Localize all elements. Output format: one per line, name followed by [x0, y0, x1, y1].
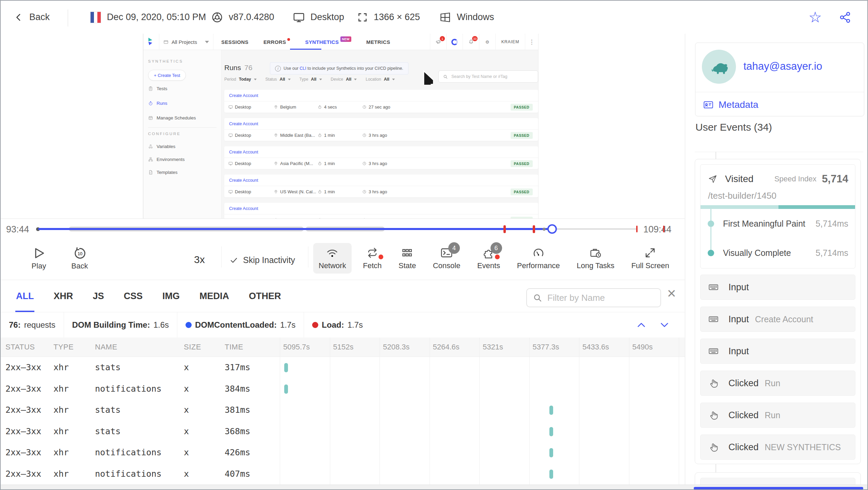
playhead[interactable]: [547, 224, 557, 234]
count-badge: 33: [472, 36, 478, 41]
app-tab[interactable]: METRICS: [366, 39, 390, 45]
favorite-star-icon[interactable]: ☆: [808, 1, 822, 34]
share-icon[interactable]: [839, 1, 852, 34]
sidebar-item-runs[interactable]: Runs: [148, 101, 167, 106]
run-card[interactable]: Create Account Desktop US West (N. Cal..…: [224, 175, 538, 197]
user-event-item[interactable]: Clicked Run: [700, 403, 855, 428]
notifications-button[interactable]: 33: [463, 34, 479, 50]
network-filter-tab[interactable]: ALL: [15, 280, 34, 312]
gauge-icon: [532, 246, 545, 259]
network-filter-tab[interactable]: CSS: [123, 280, 144, 312]
sidebar-item-variables[interactable]: Variables: [148, 144, 175, 149]
user-event-item[interactable]: Clicked Run: [700, 371, 855, 396]
request-size: x: [184, 357, 189, 378]
test-search-input[interactable]: [451, 74, 534, 79]
sidebar-item-environments[interactable]: Environments: [148, 157, 185, 162]
time-column-header: 5377.3s: [529, 338, 579, 357]
request-row[interactable]: 2xx–3xx xhr stats x 317ms: [1, 357, 685, 378]
kebab-menu[interactable]: ⋮: [525, 34, 538, 50]
cli-link[interactable]: CLI: [300, 66, 306, 71]
back-10-button[interactable]: 10 Back: [63, 246, 97, 271]
play-icon: [31, 246, 46, 261]
sidebar-item-manage-schedules[interactable]: Manage Schedules: [148, 115, 196, 120]
play-button[interactable]: Play: [22, 246, 56, 271]
app-tab[interactable]: SESSIONS: [221, 39, 248, 45]
network-filter-tab[interactable]: MEDIA: [199, 280, 230, 312]
close-icon[interactable]: ×: [667, 285, 676, 302]
run-card[interactable]: Create Account Desktop Middle East (Ba..…: [224, 118, 538, 141]
request-name: stats: [95, 357, 120, 378]
horizontal-scrollbar[interactable]: [1, 485, 868, 490]
run-card[interactable]: Create Account Desktop Belgium 4 secs 27…: [224, 90, 538, 113]
network-summary-bar: 76:requests DOM Building Time:1.6s DOMCo…: [1, 312, 685, 338]
state-panel-button[interactable]: State: [393, 243, 421, 274]
run-name-link[interactable]: Create Account: [224, 118, 538, 130]
run-name-link[interactable]: Create Account: [224, 146, 538, 158]
filter-dropdown[interactable]: Type All: [300, 77, 322, 82]
load-time: Load:1.7s: [304, 312, 371, 338]
run-name-link[interactable]: Create Account: [224, 90, 538, 101]
request-time: 384ms: [225, 378, 250, 400]
request-row[interactable]: 2xx–3xx xhr notifications x 384ms: [1, 378, 685, 400]
console-panel-button[interactable]: 4 Console: [428, 243, 466, 274]
filter-dropdown[interactable]: Period Today: [224, 77, 257, 82]
run-name-link[interactable]: Create Account: [224, 203, 538, 214]
network-filter-tab[interactable]: JS: [92, 280, 105, 312]
run-card[interactable]: Create Account Desktop Asia Pacific (M..…: [224, 146, 538, 169]
metadata-button[interactable]: Metadata: [703, 97, 758, 112]
network-filter-tab[interactable]: OTHER: [248, 280, 282, 312]
sidebar-item-tests[interactable]: Tests: [148, 86, 167, 91]
scrollbar-thumb[interactable]: [694, 487, 863, 490]
timeline-progress[interactable]: [38, 228, 552, 230]
network-filter-input[interactable]: [547, 292, 655, 304]
network-panel-button[interactable]: Network: [313, 243, 352, 274]
request-size: x: [184, 463, 189, 485]
filter-dropdown[interactable]: Device All: [331, 77, 357, 82]
skip-inactivity-toggle[interactable]: Skip Inactivity: [229, 255, 295, 265]
filter-dropdown[interactable]: Status All: [266, 77, 291, 82]
user-menu[interactable]: KRAIEM: [495, 34, 525, 50]
cli-banner: i Use our CLI to include your Synthetics…: [270, 62, 408, 75]
user-event-item[interactable]: Input: [700, 275, 855, 300]
timeline-remaining[interactable]: [552, 228, 637, 230]
request-row[interactable]: 2xx–3xx xhr notifications x 426ms: [1, 442, 685, 463]
run-name-link[interactable]: Create Account: [224, 175, 538, 186]
network-filter-tab[interactable]: IMG: [162, 280, 180, 312]
back-button[interactable]: Back: [14, 1, 50, 34]
playback-speed-button[interactable]: 3x: [194, 254, 205, 265]
grid-icon: [401, 246, 414, 259]
user-event-item[interactable]: Input: [700, 339, 855, 364]
session-replay-screen: Back Dec 09, 2020, 05:10 PM v87.0.4280 D…: [0, 0, 868, 490]
sidebar-item-templates[interactable]: Templates: [148, 170, 178, 175]
panel-label: Network: [319, 261, 346, 270]
chevron-up-icon[interactable]: [636, 320, 647, 330]
device-info: Desktop: [293, 1, 344, 34]
divider: [68, 10, 68, 27]
run-card[interactable]: Create Account Desktop Canada (Central) …: [224, 203, 538, 218]
visited-event-card[interactable]: Visited Speed Index 5,714 /test-builder/…: [700, 164, 855, 268]
user-event-item[interactable]: Clicked NEW SYNTHETICS: [700, 435, 855, 460]
settings-button[interactable]: ⚙: [479, 34, 495, 50]
request-size: x: [184, 442, 189, 463]
chevron-down-icon[interactable]: [659, 320, 670, 330]
request-row[interactable]: 2xx–3xx xhr notifications x 407ms: [1, 463, 685, 485]
test-search-box[interactable]: [438, 70, 538, 83]
user-event-item[interactable]: Input Create Account: [700, 307, 855, 332]
request-row[interactable]: 2xx–3xx xhr stats x 368ms: [1, 421, 685, 442]
announcements-button[interactable]: 1: [430, 34, 446, 50]
fetch-panel-button[interactable]: Fetch: [357, 243, 387, 274]
events-panel-button[interactable]: 6 Events: [472, 243, 505, 274]
create-test-button[interactable]: + Create Test: [148, 70, 186, 81]
request-row[interactable]: 2xx–3xx xhr stats x 381ms: [1, 399, 685, 421]
playback-timeline[interactable]: 93:44 109:44: [1, 218, 685, 239]
long-tasks-panel-button[interactable]: Long Tasks: [571, 243, 620, 274]
network-filter-tab[interactable]: XHR: [53, 280, 74, 312]
project-selector[interactable]: All Projects: [159, 34, 213, 50]
app-tab[interactable]: SYNTHETICS NEW: [305, 39, 351, 45]
network-filter-box[interactable]: [526, 288, 661, 307]
app-tab[interactable]: ERRORS: [263, 39, 290, 45]
full-screen-panel-button[interactable]: Full Screen: [626, 243, 675, 274]
performance-panel-button[interactable]: Performance: [512, 243, 565, 274]
alert-dot: [495, 255, 500, 259]
filter-dropdown[interactable]: Location All: [366, 77, 395, 82]
